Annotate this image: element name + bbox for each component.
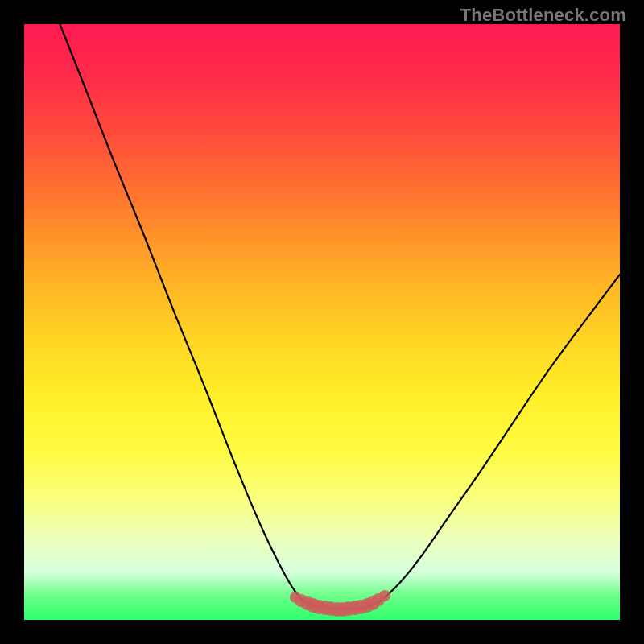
marker-layer — [24, 24, 620, 620]
plot-area — [24, 24, 620, 620]
watermark-text: TheBottleneck.com — [460, 5, 626, 26]
chart-stage: TheBottleneck.com — [0, 0, 644, 644]
optimal-marker — [379, 590, 390, 601]
